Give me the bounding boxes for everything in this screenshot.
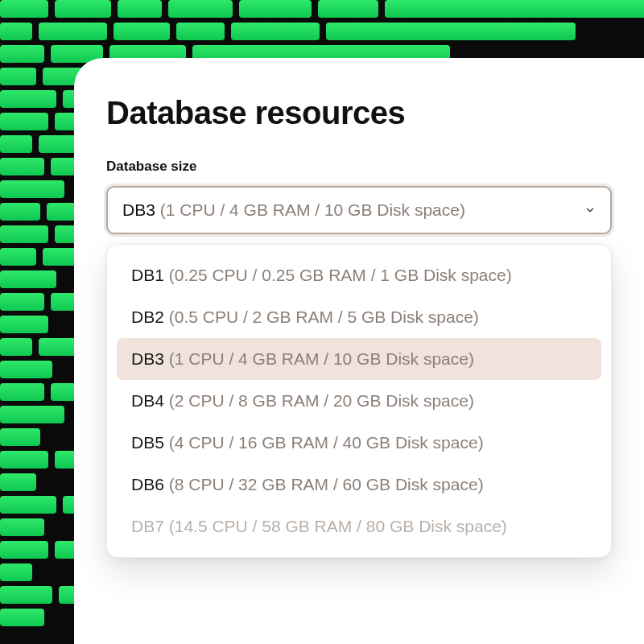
option-spec: (1 CPU / 4 GB RAM / 10 GB Disk space) bbox=[169, 349, 474, 368]
dropdown-option[interactable]: DB4 (2 CPU / 8 GB RAM / 20 GB Disk space… bbox=[117, 380, 601, 422]
option-spec: (4 CPU / 16 GB RAM / 40 GB Disk space) bbox=[169, 433, 484, 452]
option-name: DB5 bbox=[131, 433, 164, 452]
page-title: Database resources bbox=[106, 95, 612, 131]
selected-option-spec: (1 CPU / 4 GB RAM / 10 GB Disk space) bbox=[160, 200, 465, 219]
dropdown-option[interactable]: DB6 (8 CPU / 32 GB RAM / 60 GB Disk spac… bbox=[117, 464, 601, 506]
dropdown-option[interactable]: DB3 (1 CPU / 4 GB RAM / 10 GB Disk space… bbox=[117, 338, 601, 380]
dropdown-option[interactable]: DB1 (0.25 CPU / 0.25 GB RAM / 1 GB Disk … bbox=[117, 254, 601, 296]
database-size-dropdown: DB1 (0.25 CPU / 0.25 GB RAM / 1 GB Disk … bbox=[106, 244, 612, 558]
dropdown-option[interactable]: DB7 (14.5 CPU / 58 GB RAM / 80 GB Disk s… bbox=[117, 506, 601, 547]
option-name: DB3 bbox=[131, 349, 164, 368]
settings-card: Database resources Database size DB3 (1 … bbox=[74, 58, 644, 644]
option-spec: (0.5 CPU / 2 GB RAM / 5 GB Disk space) bbox=[169, 308, 479, 326]
option-spec: (8 CPU / 32 GB RAM / 60 GB Disk space) bbox=[169, 475, 484, 493]
option-spec: (2 CPU / 8 GB RAM / 20 GB Disk space) bbox=[169, 391, 474, 410]
option-name: DB4 bbox=[131, 391, 164, 410]
option-name: DB1 bbox=[131, 266, 164, 284]
option-name: DB7 bbox=[131, 517, 164, 535]
option-name: DB2 bbox=[131, 308, 164, 326]
selected-option-name: DB3 bbox=[122, 200, 155, 219]
option-spec: (14.5 CPU / 58 GB RAM / 80 GB Disk space… bbox=[169, 517, 507, 535]
database-size-label: Database size bbox=[106, 159, 612, 175]
dropdown-option[interactable]: DB2 (0.5 CPU / 2 GB RAM / 5 GB Disk spac… bbox=[117, 296, 601, 338]
option-name: DB6 bbox=[131, 475, 164, 493]
chevron-down-icon bbox=[584, 204, 596, 216]
dropdown-option[interactable]: DB5 (4 CPU / 16 GB RAM / 40 GB Disk spac… bbox=[117, 422, 601, 464]
database-size-select[interactable]: DB3 (1 CPU / 4 GB RAM / 10 GB Disk space… bbox=[106, 186, 612, 234]
option-spec: (0.25 CPU / 0.25 GB RAM / 1 GB Disk spac… bbox=[169, 266, 512, 284]
